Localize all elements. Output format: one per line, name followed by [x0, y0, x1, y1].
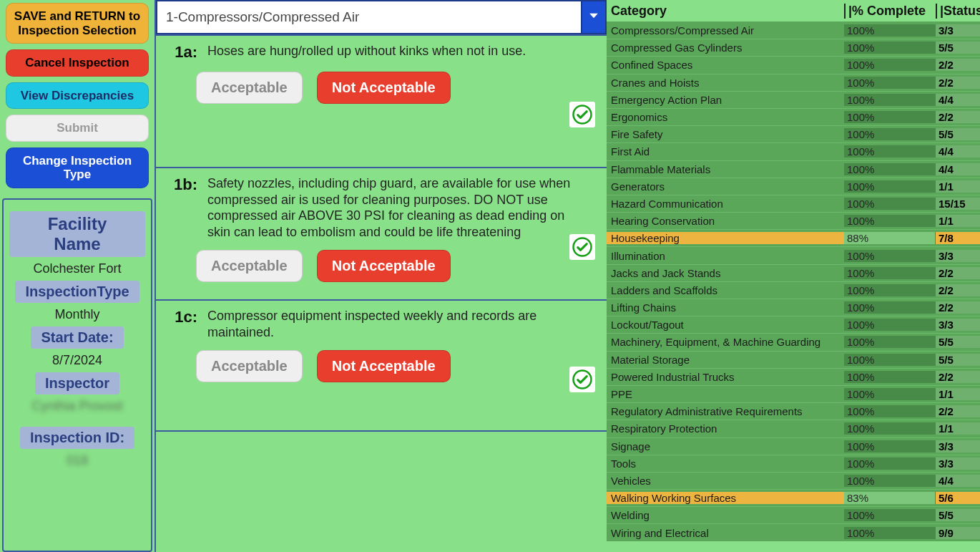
- category-row[interactable]: Wiring and Electrical100%9/9: [607, 523, 980, 541]
- category-status: 2/2: [936, 77, 980, 89]
- category-row[interactable]: Illumination100%3/3: [607, 246, 980, 263]
- category-percent: 100%: [844, 422, 936, 435]
- category-percent: 100%: [844, 128, 936, 140]
- category-name: Respiratory Protection: [607, 422, 844, 435]
- category-status: 7/8: [936, 232, 980, 244]
- category-row[interactable]: Ladders and Scaffolds100%2/2: [607, 281, 980, 299]
- category-status: 2/2: [936, 284, 980, 296]
- category-status: 3/3: [936, 440, 980, 452]
- header-category: Category: [607, 4, 844, 19]
- category-row[interactable]: First Aid100%4/4: [607, 142, 980, 160]
- category-name: Ergonomics: [607, 111, 844, 123]
- category-row[interactable]: Hazard Communication100%15/15: [607, 195, 980, 212]
- category-row[interactable]: Signage100%3/3: [607, 437, 980, 455]
- category-status: 2/2: [936, 59, 980, 71]
- category-name: PPE: [607, 388, 844, 400]
- category-row[interactable]: Jacks and Jack Stands100%2/2: [607, 264, 980, 281]
- inspector-value: Cynthia Provost: [9, 399, 145, 414]
- submit-button[interactable]: Submit: [6, 115, 149, 142]
- category-status: 4/4: [936, 145, 980, 158]
- acceptable-button[interactable]: Acceptable: [196, 72, 303, 104]
- not-acceptable-button[interactable]: Not Acceptable: [317, 72, 451, 104]
- category-row[interactable]: Material Storage100%5/5: [607, 351, 980, 368]
- category-row[interactable]: Hearing Conservation100%1/1: [607, 212, 980, 229]
- acceptable-button[interactable]: Acceptable: [196, 350, 303, 382]
- category-row[interactable]: Emergency Action Plan100%4/4: [607, 91, 980, 108]
- status-check-icon: [569, 367, 595, 392]
- category-name: Welding: [607, 509, 844, 521]
- category-status: 1/1: [936, 422, 980, 435]
- category-dropdown[interactable]: 1-Compressors/Compressed Air: [156, 0, 581, 34]
- category-name: Material Storage: [607, 354, 844, 366]
- category-name: Ladders and Scaffolds: [607, 284, 844, 296]
- view-discrepancies-button[interactable]: View Discrepancies: [6, 82, 149, 110]
- category-row[interactable]: Powered Industrial Trucks100%2/2: [607, 368, 980, 385]
- question-row: 1c:Compressor equipment inspected weekly…: [156, 299, 607, 432]
- category-name: Compressors/Compressed Air: [607, 24, 844, 37]
- category-status: 1/1: [936, 180, 980, 193]
- save-return-button[interactable]: SAVE and RETURN to Inspection Selection: [6, 3, 149, 44]
- category-name: Confined Spaces: [607, 59, 844, 71]
- category-row[interactable]: Fire Safety100%5/5: [607, 125, 980, 142]
- category-row[interactable]: Regulatory Administrative Requirements10…: [607, 402, 980, 420]
- category-row[interactable]: Lockout/Tagout100%3/3: [607, 316, 980, 333]
- chevron-down-icon: [587, 9, 601, 26]
- category-percent: 100%: [844, 509, 936, 521]
- category-row[interactable]: Ergonomics100%2/2: [607, 108, 980, 125]
- category-percent: 100%: [844, 180, 936, 193]
- category-status: 1/1: [936, 388, 980, 400]
- category-row[interactable]: PPE100%1/1: [607, 385, 980, 402]
- category-row[interactable]: Welding100%5/5: [607, 506, 980, 523]
- category-status: 4/4: [936, 475, 980, 487]
- not-acceptable-button[interactable]: Not Acceptable: [317, 350, 451, 382]
- category-status: 5/5: [936, 336, 980, 348]
- category-name: Signage: [607, 440, 844, 452]
- category-percent: 100%: [844, 527, 936, 539]
- category-percent: 100%: [844, 336, 936, 348]
- category-row[interactable]: Vehicles100%4/4: [607, 472, 980, 489]
- category-row[interactable]: Compressors/Compressed Air100%3/3: [607, 21, 980, 39]
- question-row: 1a:Hoses are hung/rolled up without kink…: [156, 34, 607, 167]
- inspection-type-value: Monthly: [9, 307, 145, 322]
- category-row[interactable]: Machinery, Equipment, & Machine Guarding…: [607, 333, 980, 350]
- category-row[interactable]: Compressed Gas Cylinders100%5/5: [607, 39, 980, 56]
- category-percent: 100%: [844, 457, 936, 470]
- category-name: Powered Industrial Trucks: [607, 371, 844, 383]
- status-check-icon: [569, 234, 595, 260]
- category-row[interactable]: Cranes and Hoists100%2/2: [607, 74, 980, 91]
- category-row[interactable]: Tools100%3/3: [607, 455, 980, 472]
- change-inspection-type-button[interactable]: Change Inspection Type: [6, 147, 149, 188]
- category-dropdown-caret[interactable]: [581, 0, 607, 34]
- category-row[interactable]: Generators100%1/1: [607, 178, 980, 195]
- category-percent: 100%: [844, 371, 936, 383]
- category-status: 3/3: [936, 250, 980, 262]
- category-row[interactable]: Walking Working Surfaces83%5/6: [607, 489, 980, 506]
- category-percent: 100%: [844, 354, 936, 366]
- category-percent: 100%: [844, 475, 936, 487]
- question-text: Hoses are hung/rolled up without kinks w…: [207, 43, 526, 62]
- header-percent-complete: |% Complete: [844, 4, 936, 19]
- category-row[interactable]: Respiratory Protection100%1/1: [607, 420, 980, 437]
- category-name: Flammable Materials: [607, 163, 844, 175]
- category-row[interactable]: Flammable Materials100%4/4: [607, 160, 980, 178]
- category-status: 2/2: [936, 371, 980, 383]
- category-percent: 100%: [844, 405, 936, 417]
- category-percent: 100%: [844, 145, 936, 158]
- category-row[interactable]: Confined Spaces100%2/2: [607, 56, 980, 73]
- category-row[interactable]: Housekeeping88%7/8: [607, 229, 980, 246]
- category-percent: 100%: [844, 24, 936, 37]
- category-percent: 100%: [844, 440, 936, 452]
- category-name: Generators: [607, 180, 844, 193]
- category-status: 15/15: [936, 198, 980, 210]
- not-acceptable-button[interactable]: Not Acceptable: [317, 250, 451, 282]
- category-name: Lifting Chains: [607, 301, 844, 314]
- question-number: 1c:: [167, 308, 197, 340]
- category-percent: 100%: [844, 111, 936, 123]
- inspection-id-value: 018: [9, 453, 145, 468]
- category-row[interactable]: Lifting Chains100%2/2: [607, 299, 980, 316]
- category-name: Machinery, Equipment, & Machine Guarding: [607, 336, 844, 348]
- cancel-inspection-button[interactable]: Cancel Inspection: [6, 49, 149, 77]
- category-percent: 100%: [844, 319, 936, 331]
- category-percent: 100%: [844, 77, 936, 89]
- acceptable-button[interactable]: Acceptable: [196, 250, 303, 282]
